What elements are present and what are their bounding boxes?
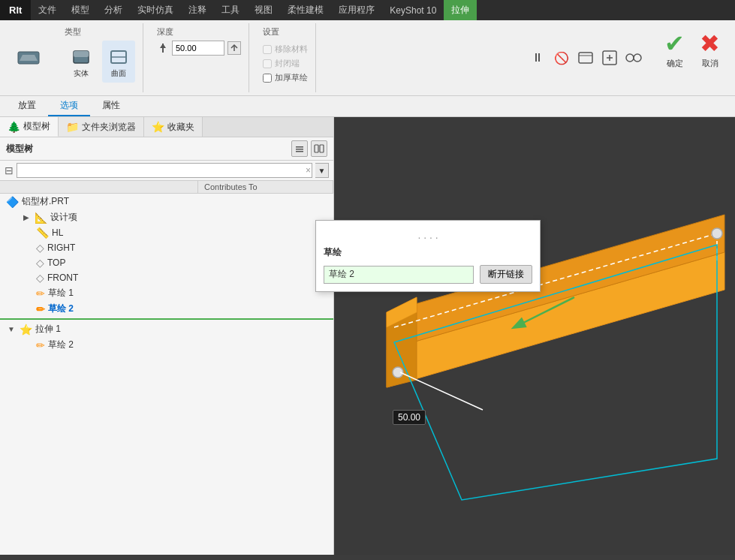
tree-item-sketch2[interactable]: ✏ 草绘 2 <box>0 301 333 317</box>
svg-rect-18 <box>296 149 303 150</box>
depth-direction-icon <box>157 42 169 54</box>
tree-item-design[interactable]: ▶ 📐 设计项 <box>0 209 333 225</box>
top-icon: ◇ <box>36 257 44 269</box>
menu-extrude[interactable]: 拉伸 <box>444 0 477 20</box>
top-label: TOP <box>47 257 65 268</box>
main-tool-icon <box>17 46 41 70</box>
extrude-expand[interactable]: ▼ <box>6 324 17 335</box>
tree-columns-button[interactable] <box>311 140 327 157</box>
solid-label: 实体 <box>74 69 89 78</box>
confirm-button[interactable]: ✔ 确定 <box>664 29 685 69</box>
favorites-icon: ⭐ <box>152 121 164 133</box>
stop-button[interactable]: 🚫 <box>552 48 571 68</box>
glasses-button[interactable] <box>624 48 643 68</box>
menu-annotation[interactable]: 注释 <box>181 0 214 20</box>
viewport-svg <box>334 117 735 555</box>
tree-item-hl[interactable]: 📏 HL <box>0 225 333 240</box>
ribbon: 类型 实体 <box>0 20 735 96</box>
svg-rect-20 <box>315 145 318 152</box>
sketch2-icon: ✏ <box>36 303 45 315</box>
depth-flip-button[interactable] <box>227 41 241 55</box>
tab-model-tree[interactable]: 🌲 模型树 <box>0 117 59 137</box>
thicken-sketch-checkbox[interactable] <box>263 74 272 83</box>
depth-input[interactable] <box>172 41 224 56</box>
menu-file[interactable]: 文件 <box>31 0 64 20</box>
menu-tools[interactable]: 工具 <box>214 0 247 20</box>
solid-icon <box>69 45 93 69</box>
menu-model[interactable]: 模型 <box>64 0 97 20</box>
svg-point-32 <box>393 367 403 378</box>
svg-rect-3 <box>74 51 89 57</box>
sketch-name-input[interactable] <box>324 266 474 284</box>
svg-marker-1 <box>20 55 38 61</box>
tree-item-extrude1[interactable]: ▼ ⭐ 拉伸 1 <box>0 321 333 337</box>
sketch1-icon: ✏ <box>36 288 45 300</box>
tree-name-column <box>0 181 198 193</box>
app-logo[interactable]: RIt <box>0 0 31 20</box>
tab-placement[interactable]: 放置 <box>6 96 48 116</box>
sub-tabs: 放置 选项 属性 <box>0 96 735 117</box>
tab-options[interactable]: 选项 <box>48 96 90 116</box>
menu-keyshot[interactable]: KeyShot 10 <box>382 0 444 20</box>
filter-icon[interactable]: ⊟ <box>5 164 14 176</box>
menu-bar: RIt 文件 模型 分析 实时仿真 注释 工具 视图 柔性建模 应用程序 Key… <box>0 0 735 20</box>
cancel-button[interactable]: ✖ 取消 <box>700 29 720 69</box>
tree-item-sketch1[interactable]: ✏ 草绘 1 <box>0 285 333 301</box>
confirm-group: ✔ 确定 ✖ 取消 <box>655 23 729 92</box>
menu-flexible[interactable]: 柔性建模 <box>280 0 331 20</box>
close-ends-checkbox[interactable] <box>263 59 272 68</box>
solid-button[interactable]: 实体 <box>65 41 98 83</box>
depth-group: 深度 <box>149 23 249 92</box>
right-icon: ◇ <box>36 242 44 254</box>
tab-favorites[interactable]: ⭐ 收藏夹 <box>144 117 203 137</box>
model-tree-icon: 🌲 <box>8 121 20 133</box>
menu-app[interactable]: 应用程序 <box>331 0 382 20</box>
tab-properties[interactable]: 属性 <box>90 96 132 116</box>
tree-item-right[interactable]: ◇ RIGHT <box>0 240 333 255</box>
tree-settings-button[interactable] <box>291 140 308 157</box>
viewport[interactable]: 50.00 <box>334 117 735 555</box>
search-dropdown-button[interactable]: ▼ <box>315 163 329 178</box>
confirm-row: ✔ 确定 ✖ 取消 <box>664 29 720 69</box>
settings-group: 设置 移除材料 封闭端 加厚草绘 <box>255 23 316 92</box>
tree-item-root[interactable]: 🔷 铝型材.PRT <box>0 194 333 209</box>
tree-item-top[interactable]: ◇ TOP <box>0 255 333 270</box>
close-ends-row: 封闭端 <box>263 58 308 69</box>
tree-column-header: Contributes To <box>0 181 333 194</box>
file-browser-icon: 📁 <box>66 121 79 133</box>
depth-controls <box>157 41 241 56</box>
disconnect-button[interactable]: 断开链接 <box>480 265 532 284</box>
design-expand[interactable]: ▶ <box>21 212 32 223</box>
control-group: ⏸ 🚫 <box>522 23 649 92</box>
model-tree-title: 模型树 <box>6 143 33 155</box>
menu-analysis[interactable]: 分析 <box>97 0 130 20</box>
left-panel: 🌲 模型树 📁 文件夹浏览器 ⭐ 收藏夹 模型树 <box>0 117 334 555</box>
remove-material-checkbox[interactable] <box>263 45 272 54</box>
close-ends-label: 封闭端 <box>275 58 300 69</box>
search-clear-button[interactable]: × <box>306 165 311 176</box>
thicken-sketch-label: 加厚草绘 <box>275 72 308 83</box>
main-area: 🌲 模型树 📁 文件夹浏览器 ⭐ 收藏夹 模型树 <box>0 117 735 555</box>
render-button[interactable] <box>600 48 619 68</box>
sketch-panel: · · · · 草绘 断开链接 <box>315 220 541 292</box>
sketch-panel-title: 草绘 <box>324 246 532 259</box>
svg-marker-7 <box>160 44 166 48</box>
menu-view[interactable]: 视图 <box>247 0 280 20</box>
main-tool-button[interactable] <box>12 37 45 79</box>
menu-simulation[interactable]: 实时仿真 <box>130 0 181 20</box>
svg-rect-17 <box>296 146 303 148</box>
svg-point-15 <box>634 54 641 62</box>
pause-button[interactable]: ⏸ <box>528 48 547 68</box>
right-label: RIGHT <box>47 242 75 253</box>
preview-button[interactable] <box>576 48 595 68</box>
search-input[interactable] <box>17 163 312 178</box>
svg-rect-21 <box>320 145 324 152</box>
tree-contributes-column: Contributes To <box>198 181 333 193</box>
design-label: 设计项 <box>50 211 77 224</box>
tab-file-browser[interactable]: 📁 文件夹浏览器 <box>59 117 144 137</box>
tree-item-front[interactable]: ◇ FRONT <box>0 270 333 285</box>
surface-button[interactable]: 曲面 <box>102 41 135 83</box>
front-icon: ◇ <box>36 272 44 284</box>
design-icon: 📐 <box>35 212 47 224</box>
tree-item-feature-sketch2[interactable]: ✏ 草绘 2 <box>0 337 333 353</box>
